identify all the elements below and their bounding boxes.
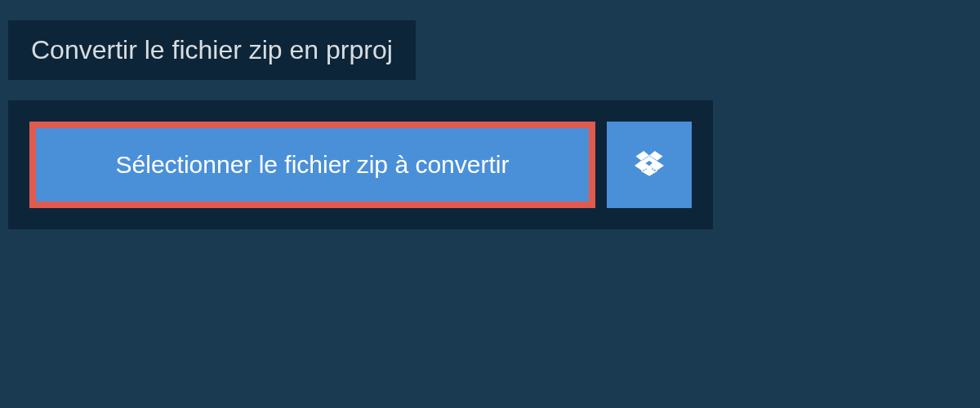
page-title: Convertir le fichier zip en prproj xyxy=(8,20,416,80)
select-file-label: Sélectionner le fichier zip à convertir xyxy=(116,151,510,179)
button-row: Sélectionner le fichier zip à convertir xyxy=(29,122,692,208)
select-file-button[interactable]: Sélectionner le fichier zip à convertir xyxy=(29,122,595,208)
dropbox-button[interactable] xyxy=(607,122,692,208)
dropbox-icon xyxy=(635,149,664,181)
upload-panel: Sélectionner le fichier zip à convertir xyxy=(8,100,713,229)
